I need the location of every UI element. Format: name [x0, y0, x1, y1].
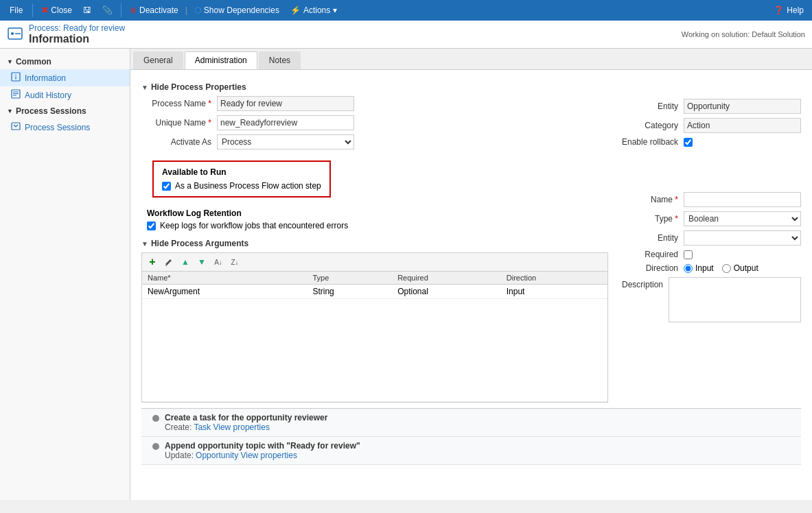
deactivate-button[interactable]: ⊗ Deactivate — [124, 4, 184, 16]
workflow-log-checkbox[interactable] — [147, 222, 156, 230]
arg-type-select[interactable]: Boolean String Integer Float DateTime En… — [684, 211, 801, 226]
help-button[interactable]: ❓ Help — [768, 4, 809, 16]
arg-name-field-label: Name — [622, 195, 684, 204]
arg-entity-select[interactable] — [684, 230, 801, 246]
step-1-action: Create: — [165, 422, 192, 432]
table-row[interactable]: NewArgument String Optional Input — [142, 285, 607, 299]
bpf-checkbox-label: As a Business Process Flow action step — [175, 181, 321, 191]
attach-icon: 📎 — [102, 5, 113, 15]
sidebar-information-label: Information — [25, 73, 66, 83]
arg-direction-label: Direction — [622, 263, 684, 273]
process-header-info: Process: Ready for review Information — [29, 23, 125, 45]
top-right-fields: Entity Category Enable rollback — [622, 99, 801, 147]
deactivate-label: Deactivate — [139, 5, 178, 15]
common-collapse-icon: ▼ — [7, 58, 13, 65]
collapse-process-args-icon[interactable]: ▼ — [141, 240, 148, 248]
save-button[interactable]: 🖫 — [78, 4, 97, 16]
enable-rollback-row: Enable rollback — [622, 137, 801, 147]
arg-type-field-row: Type Boolean String Integer Float DateTi… — [622, 211, 801, 226]
two-column-layout: ▼ Hide Process Properties Process Name U… — [141, 77, 801, 403]
unique-name-input[interactable] — [217, 115, 354, 130]
step-item-1: Create a task for the opportunity review… — [141, 409, 801, 437]
toolbar-separator-1 — [32, 3, 33, 17]
process-name-input[interactable] — [217, 96, 354, 111]
process-name-row: Process Name — [141, 96, 608, 111]
arg-type-field-label: Type — [622, 214, 684, 224]
edit-arg-button[interactable] — [161, 255, 176, 269]
arg-description-textarea[interactable] — [669, 277, 801, 322]
left-column: ▼ Hide Process Properties Process Name U… — [141, 77, 608, 403]
col-type-header: Type — [307, 272, 392, 285]
add-arg-button[interactable]: + — [145, 255, 160, 269]
step-content-1: Create a task for the opportunity review… — [165, 413, 790, 432]
actions-icon: ⚡ — [290, 5, 301, 15]
sidebar-item-audit-history[interactable]: Audit History — [0, 86, 130, 104]
deactivate-icon: ⊗ — [130, 5, 137, 15]
toolbar-right: ❓ Help — [768, 4, 809, 16]
arg-required-checkbox[interactable] — [684, 250, 693, 259]
process-breadcrumb-link[interactable]: Process: Ready for review — [29, 23, 125, 33]
col-name-header: Name* — [142, 272, 307, 285]
sidebar-item-process-sessions[interactable]: Process Sessions — [0, 119, 130, 136]
bpf-checkbox-row: As a Business Process Flow action step — [162, 181, 321, 191]
sidebar-common-section: ▼ Common — [0, 54, 130, 69]
entity-input — [684, 99, 801, 114]
step-dot-1 — [152, 415, 159, 422]
category-label: Category — [622, 121, 684, 130]
col-direction-header: Direction — [501, 272, 607, 285]
show-dependencies-button[interactable]: ⬡ Show Dependencies — [189, 4, 285, 16]
sidebar-audit-label: Audit History — [25, 91, 71, 100]
move-down-button[interactable]: ▼ — [194, 255, 209, 269]
activate-as-select[interactable]: Process — [217, 134, 354, 150]
sort-az-button[interactable]: A↓ — [211, 255, 226, 269]
unique-name-row: Unique Name — [141, 115, 608, 130]
process-title-area: Process: Ready for review Information — [7, 23, 125, 45]
right-column: Entity Category Enable rollback — [622, 77, 801, 403]
step-dot-2 — [152, 443, 159, 450]
steps-area: Create a task for the opportunity review… — [141, 408, 801, 465]
toolbar: File ✖ Close 🖫 📎 ⊗ Deactivate | ⬡ Show D… — [0, 0, 812, 21]
enable-rollback-checkbox[interactable] — [684, 138, 693, 147]
show-dependencies-label: Show Dependencies — [204, 5, 279, 15]
file-button[interactable]: File — [3, 3, 30, 18]
close-label: Close — [51, 5, 72, 15]
pipe-separator: | — [185, 5, 187, 15]
direction-input-label: Input — [695, 263, 714, 273]
collapse-process-props-icon[interactable]: ▼ — [141, 84, 148, 91]
arg-name-cell: NewArgument — [142, 285, 307, 299]
direction-radio-group: Input Output — [684, 263, 758, 273]
arg-required-field-row: Required — [622, 250, 801, 259]
bpf-checkbox[interactable] — [162, 182, 171, 191]
tab-administration[interactable]: Administration — [185, 51, 257, 69]
save-icon: 🖫 — [83, 5, 91, 15]
step-1-link[interactable]: View properties — [213, 422, 270, 432]
step-1-entity: Task — [194, 422, 213, 432]
tab-administration-content: ▼ Hide Process Properties Process Name U… — [130, 70, 812, 472]
arg-entity-field-row: Entity — [622, 230, 801, 246]
workflow-log-section: Workflow Log Retention Keep logs for wor… — [147, 208, 608, 230]
help-label: Help — [787, 5, 804, 15]
step-2-link[interactable]: View properties — [240, 451, 297, 460]
direction-input-radio[interactable] — [684, 264, 693, 273]
entity-label: Entity — [622, 102, 684, 111]
tab-general[interactable]: General — [133, 51, 183, 69]
step-2-sub: Update: Opportunity View properties — [165, 451, 790, 460]
available-to-run-title: Available to Run — [162, 167, 321, 177]
direction-output-radio[interactable] — [722, 264, 731, 273]
sidebar-item-information[interactable]: Information — [0, 69, 130, 86]
arg-description-label: Description — [622, 277, 669, 289]
arg-name-field-input[interactable] — [684, 192, 801, 207]
svg-point-4 — [15, 75, 16, 76]
workflow-log-checkbox-row: Keep logs for workflow jobs that encount… — [147, 221, 608, 230]
actions-button[interactable]: ⚡ Actions ▾ — [285, 4, 343, 16]
arg-type-cell: String — [307, 285, 392, 299]
close-icon: ✖ — [41, 5, 48, 15]
step-1-title: Create a task for the opportunity review… — [165, 413, 790, 422]
attach-button[interactable]: 📎 — [97, 4, 118, 16]
close-button[interactable]: ✖ Close — [36, 4, 78, 16]
argument-detail-fields: Name Type Boolean String Integer Float D… — [622, 192, 801, 322]
sort-za-button[interactable]: Z↓ — [227, 255, 242, 269]
tab-notes[interactable]: Notes — [259, 51, 301, 69]
category-row: Category — [622, 118, 801, 133]
move-up-button[interactable]: ▲ — [178, 255, 193, 269]
